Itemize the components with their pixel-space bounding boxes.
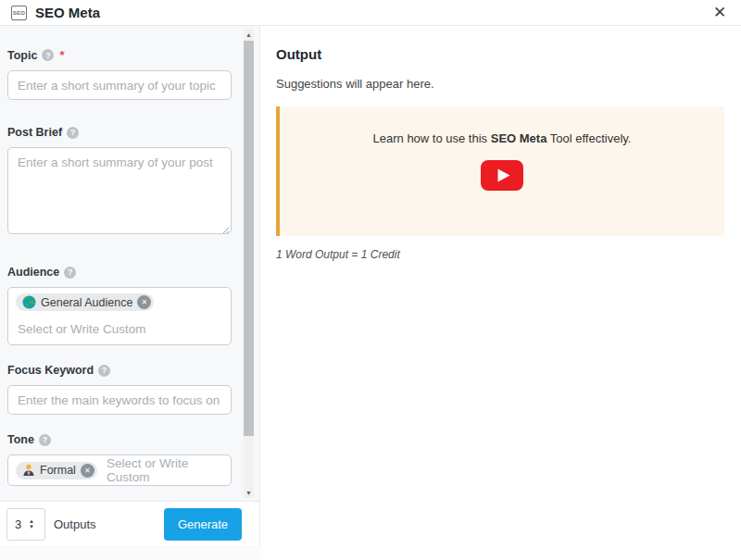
tone-label: Tone: [7, 433, 34, 446]
field-topic: Topic ? *: [7, 48, 232, 100]
outputs-label: Outputs: [54, 517, 96, 531]
tone-select[interactable]: Formal ✕ Select or Write Custom: [7, 454, 232, 486]
tone-placeholder: Select or Write Custom: [107, 456, 223, 484]
focus-keyword-label-row: Focus Keyword ?: [7, 364, 232, 377]
output-title: Output: [276, 46, 724, 62]
field-audience: Audience ? General: [7, 266, 232, 345]
focus-keyword-help-icon[interactable]: ?: [98, 365, 110, 377]
tutorial-text: Learn how to use this SEO Meta Tool effe…: [280, 131, 724, 145]
tutorial-text-bold: SEO Meta: [491, 131, 547, 145]
youtube-play-icon: [481, 160, 523, 191]
scrollbar-up-icon[interactable]: ▲: [244, 29, 254, 40]
post-brief-textarea-wrap: [7, 147, 232, 238]
audience-tag-label: General Audience: [41, 296, 132, 309]
scrollbar-thumb[interactable]: [244, 41, 254, 436]
post-brief-label: Post Brief: [7, 126, 62, 139]
tone-help-icon[interactable]: ?: [39, 434, 51, 446]
topic-label: Topic: [7, 49, 37, 62]
tutorial-callout: Learn how to use this SEO Meta Tool effe…: [276, 106, 724, 236]
field-focus-keyword: Focus Keyword ?: [7, 364, 232, 415]
globe-icon: [22, 295, 36, 309]
post-brief-textarea[interactable]: [7, 147, 232, 234]
focus-keyword-label: Focus Keyword: [7, 364, 94, 377]
audience-label: Audience: [7, 266, 59, 279]
audience-label-row: Audience ?: [7, 266, 232, 279]
field-post-brief: Post Brief ?: [7, 126, 232, 238]
seo-meta-modal: SEO SEO Meta ✕ Topic ? *: [0, 0, 741, 560]
scrollbar[interactable]: ▲ ▼: [244, 29, 254, 498]
post-brief-label-row: Post Brief ?: [7, 126, 232, 139]
form-panel: Topic ? * Post Brief ?: [0, 26, 260, 547]
audience-placeholder: Select or Write Custom: [16, 322, 223, 336]
topic-label-row: Topic ? *: [7, 48, 232, 62]
post-brief-help-icon[interactable]: ?: [67, 127, 79, 139]
topic-input[interactable]: [7, 70, 232, 100]
tone-label-row: Tone ?: [7, 433, 232, 446]
audience-tag: General Audience ✕: [16, 293, 154, 311]
form-scroll-area: Topic ? * Post Brief ?: [0, 26, 259, 501]
youtube-play-button[interactable]: [481, 160, 523, 191]
tutorial-text-before: Learn how to use this: [373, 131, 491, 145]
outputs-stepper[interactable]: ▲ ▼: [6, 508, 45, 541]
close-icon[interactable]: ✕: [710, 3, 730, 23]
modal-title: SEO Meta: [35, 5, 100, 20]
remove-tag-icon[interactable]: ✕: [137, 295, 151, 309]
stepper-arrows[interactable]: ▲ ▼: [29, 518, 34, 529]
focus-keyword-input[interactable]: [7, 385, 232, 415]
remove-tag-icon[interactable]: ✕: [81, 464, 94, 478]
seo-badge-icon: SEO: [11, 6, 27, 20]
page-background-strip: [0, 547, 260, 560]
form-footer: ▲ ▼ Outputs Generate: [0, 501, 259, 546]
audience-help-icon[interactable]: ?: [64, 267, 76, 279]
stepper-down-icon[interactable]: ▼: [29, 524, 34, 529]
tutorial-text-after: Tool effectively.: [546, 131, 631, 145]
required-asterisk: *: [59, 48, 64, 62]
tone-tag-label: Formal: [40, 464, 76, 477]
audience-select[interactable]: General Audience ✕ Select or Write Custo…: [7, 287, 232, 345]
credit-note: 1 Word Output = 1 Credit: [276, 248, 724, 261]
output-subtitle: Suggestions will appear here.: [276, 77, 724, 91]
field-tone: Tone ? Formal: [7, 433, 232, 486]
person-suit-icon: [22, 464, 35, 477]
form-column: Topic ? * Post Brief ?: [0, 26, 260, 560]
tone-tag: Formal ✕: [16, 462, 97, 479]
scrollbar-down-icon[interactable]: ▼: [244, 487, 254, 498]
modal-body: Topic ? * Post Brief ?: [0, 26, 741, 560]
topic-help-icon[interactable]: ?: [42, 49, 54, 61]
modal-header: SEO SEO Meta ✕: [0, 0, 741, 26]
outputs-count-input[interactable]: [15, 517, 26, 531]
output-panel: Output Suggestions will appear here. Lea…: [260, 26, 741, 560]
generate-button[interactable]: Generate: [164, 508, 242, 541]
